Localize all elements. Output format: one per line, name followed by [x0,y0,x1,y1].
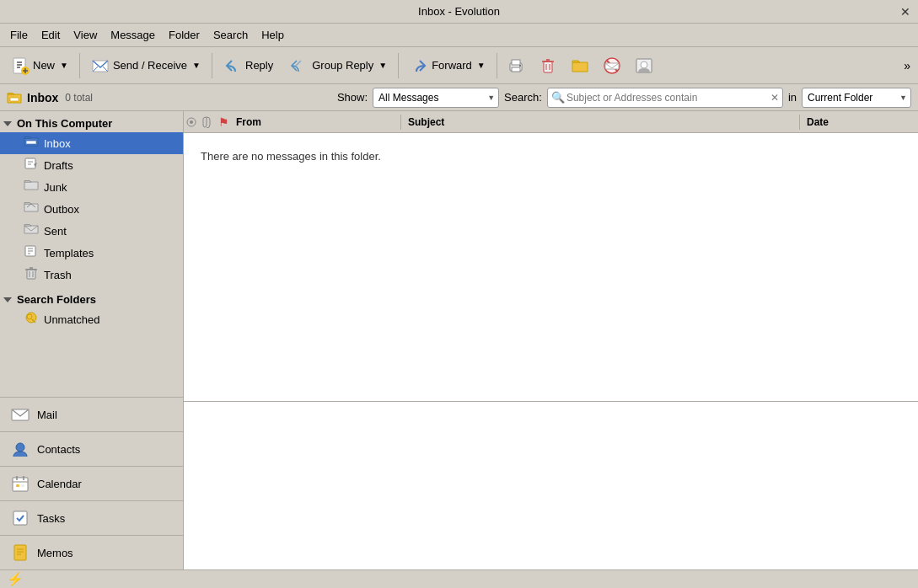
trash-icon [24,266,39,283]
menu-message[interactable]: Message [104,27,162,43]
menu-edit[interactable]: Edit [35,27,67,43]
inbox-title: Inbox [7,90,58,105]
message-list-header: ⚑ From Subject Date [184,111,918,133]
memos-nav-icon [10,543,30,563]
svg-rect-14 [544,61,552,72]
svg-rect-49 [21,484,24,487]
folder-item-outbox[interactable]: Outbox [0,198,183,220]
search-folders-header[interactable]: Search Folders [0,291,183,308]
col-attach [199,116,214,128]
separator-1 [79,53,80,78]
print-icon [507,56,525,75]
menu-folder[interactable]: Folder [162,27,207,43]
folder-item-inbox[interactable]: Inbox [0,132,183,154]
toolbar: New ▼ Send / Receive ▼ Reply [0,47,918,84]
forward-dropdown-arrow[interactable]: ▼ [477,61,486,70]
print-button[interactable] [501,51,531,81]
sidebar: On This Computer Inbox [0,111,184,569]
menu-file[interactable]: File [3,27,35,43]
folder-item-sent[interactable]: Sent [0,220,183,242]
spam-button[interactable] [597,51,627,81]
send-receive-label: Send / Receive [113,59,187,72]
message-preview-pane [184,401,918,569]
nav-buttons: Mail Contacts [0,397,183,569]
svg-point-13 [519,65,521,67]
inbox-folder-icon [7,90,22,105]
svg-rect-26 [25,158,35,168]
delete-button[interactable] [533,51,563,81]
templates-folder-label: Templates [44,247,94,259]
col-date-header[interactable]: Date [800,115,918,130]
outbox-icon [24,200,39,217]
search-folders-label: Search Folders [17,293,96,306]
trash-folder-label: Trash [44,269,72,281]
drafts-icon [24,157,39,174]
toolbar-overflow-button[interactable]: » [899,51,915,81]
outbox-folder-label: Outbox [44,203,79,216]
menu-view[interactable]: View [67,27,104,43]
drafts-folder-label: Drafts [44,159,73,172]
menu-search[interactable]: Search [207,27,255,43]
send-receive-dropdown-arrow[interactable]: ▼ [192,61,201,70]
statusbar: ⚡ [0,569,918,588]
svg-rect-12 [512,67,520,72]
col-from-header[interactable]: From [233,115,401,130]
search-clear-button[interactable]: ✕ [770,92,779,104]
svg-rect-48 [16,484,19,487]
col-status [184,116,199,128]
contacts-button[interactable] [629,51,659,81]
empty-folder-text: There are no messages in this folder. [201,150,381,163]
folder-item-unmatched[interactable]: Unmatched [0,308,183,330]
nav-mail-button[interactable]: Mail [0,398,183,431]
svg-rect-51 [14,545,26,560]
toolbar-right: » [899,51,915,81]
group-reply-dropdown-arrow[interactable]: ▼ [378,61,387,70]
new-button[interactable]: New ▼ [3,51,76,81]
inbox-label: Inbox [27,91,58,104]
on-this-computer-header[interactable]: On This Computer [0,115,183,132]
reply-button[interactable]: Reply [216,51,281,81]
contacts-nav-icon [10,439,30,459]
folder-item-drafts[interactable]: Drafts [0,154,183,176]
nav-tasks-button[interactable]: Tasks [0,500,183,535]
in-folder-select[interactable]: Current Folder All Folders Current Accou… [802,88,911,108]
close-button[interactable]: ✕ [898,4,913,19]
new-icon [11,56,30,75]
group-reply-button[interactable]: Group Reply ▼ [282,51,395,81]
new-dropdown-arrow[interactable]: ▼ [60,61,68,70]
memos-nav-label: Memos [37,547,73,559]
svg-point-23 [641,61,647,68]
forward-button[interactable]: Forward ▼ [402,51,493,81]
search-magnifier-icon: 🔍 [551,91,565,104]
on-this-computer-label: On This Computer [17,117,112,130]
inbox-bar: Inbox 0 total Show: All Messages Unread … [0,84,918,111]
delete-icon [539,56,557,75]
search-folders-triangle [3,297,12,302]
inbox-count: 0 total [65,92,93,104]
status-header-icon [185,116,197,128]
group-reply-icon [290,56,309,75]
show-select[interactable]: All Messages Unread Messages Read Messag… [373,88,499,108]
sent-folder-label: Sent [44,225,67,238]
empty-folder-message: There are no messages in this folder. [184,133,918,401]
folder-item-junk[interactable]: Junk [0,176,183,198]
send-receive-button[interactable]: Send / Receive ▼ [83,51,208,81]
nav-memos-button[interactable]: Memos [0,535,183,569]
unmatched-icon [24,311,39,328]
show-select-wrap: All Messages Unread Messages Read Messag… [373,88,499,108]
titlebar: Inbox - Evolution ✕ [0,0,918,24]
junk-icon [24,179,39,195]
menu-help[interactable]: Help [255,27,291,43]
svg-rect-25 [26,141,36,144]
message-area: ⚑ From Subject Date There are no message… [184,111,918,569]
col-flag: ⚑ [214,115,233,129]
nav-calendar-button[interactable]: Calendar [0,466,183,500]
move-folder-button[interactable] [565,51,595,81]
separator-2 [212,53,212,78]
mail-nav-icon [10,404,30,425]
search-input[interactable] [566,92,769,104]
folder-item-templates[interactable]: Templates [0,242,183,264]
col-subject-header[interactable]: Subject [401,115,800,130]
folder-item-trash[interactable]: Trash [0,264,183,286]
nav-contacts-button[interactable]: Contacts [0,431,183,466]
